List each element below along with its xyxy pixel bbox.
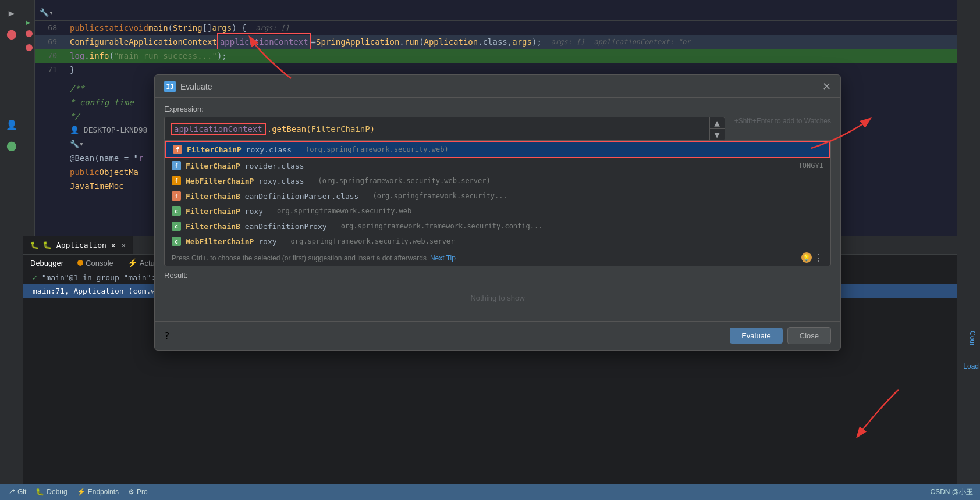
desktop-label: 👤 DESKTOP-LKND98 xyxy=(70,123,147,137)
paren-close: ); xyxy=(532,35,542,49)
ac-rest-2: roxy.class xyxy=(258,177,304,185)
breakpoint-1 xyxy=(26,30,33,37)
sidebar-breakpoint-icon[interactable]: ⬤ xyxy=(3,26,20,42)
line-number: 68 xyxy=(35,21,64,35)
var-r: r xyxy=(139,151,143,165)
evaluate-dialog: IJ Evaluate ✕ Expression: applicationCon… xyxy=(154,74,841,351)
more-options-icon[interactable]: ⋮ xyxy=(814,252,823,263)
ac-icon-filterchainprovider: f xyxy=(172,161,181,170)
breakpoint-2 xyxy=(26,44,33,51)
ac-item-3[interactable]: f FilterChainB eanDefinitionParser.class… xyxy=(165,188,830,203)
code-line-69: 69 ConfigurableApplicationContext applic… xyxy=(35,35,957,49)
ac-package-5: org.springframework.framework.security.c… xyxy=(341,222,543,230)
expression-row: applicationContext .getBean( FilterChain… xyxy=(164,117,831,141)
dialog-close-icon-btn[interactable]: ✕ xyxy=(822,81,831,92)
class-springapp: SpringApplication xyxy=(316,35,399,49)
evaluate-button[interactable]: Evaluate xyxy=(730,328,783,344)
ac-tongyi: TONGYI xyxy=(798,162,823,170)
ac-bold-6: WebFilterChainP xyxy=(186,237,254,246)
status-pro[interactable]: ⚙ Pro xyxy=(128,488,148,496)
sidebar-bookmark-icon[interactable]: ⬤ xyxy=(3,137,20,153)
ac-package-3: (org.springframework.security... xyxy=(372,192,507,200)
ac-highlight-3: FilterChainB eanDefinitionParser.class xyxy=(186,192,358,201)
var-log: log xyxy=(70,49,84,63)
csdn-link[interactable]: CSDN @小玉 xyxy=(930,487,973,497)
expr-arrow-btns[interactable]: ▲ ▼ xyxy=(709,117,725,140)
debug-status-icon: 🐛 xyxy=(35,488,44,496)
console-dot xyxy=(77,260,83,266)
close-button[interactable]: Close xyxy=(787,327,831,344)
debug-icon-tab: 🐛 xyxy=(30,241,39,249)
keyword-public: public xyxy=(70,21,100,35)
ac-package-0: (org.springframework.security.web) xyxy=(306,145,449,153)
paren-open: ( xyxy=(419,35,424,49)
annotation-bean: @Bean(name = " xyxy=(70,151,139,165)
paren-close2: ); xyxy=(217,49,227,63)
expr-param-text: FilterChainP xyxy=(311,124,370,134)
ac-item-0[interactable]: f FilterChainP roxy.class (org.springfra… xyxy=(166,142,829,157)
code-line-68: 68 public static void main ( String [] a… xyxy=(35,21,957,35)
highlighted-var: applicationContext xyxy=(217,33,311,51)
endpoints-icon: ⚡ xyxy=(77,488,86,496)
dot1: . xyxy=(399,35,404,49)
string-main: "main run success..." xyxy=(114,49,217,63)
ac-item-4[interactable]: c FilterChainP roxy org.springframework.… xyxy=(165,203,830,219)
ac-rest-3: eanDefinitionParser.class xyxy=(245,192,359,201)
ac-rest-0: roxy.class xyxy=(246,145,292,154)
equals: = xyxy=(311,35,316,49)
bulb-icon[interactable]: 💡 xyxy=(801,252,812,263)
ac-highlight-4: FilterChainP roxy xyxy=(186,207,263,216)
git-label: Git xyxy=(17,488,26,496)
ac-icon-filterchainbeandefinitionparser: f xyxy=(172,191,181,201)
debugger-label: Debugger xyxy=(30,259,63,267)
closing-brace: } xyxy=(70,63,74,77)
expression-input-container[interactable]: applicationContext .getBean( FilterChain… xyxy=(164,117,725,141)
cour-text: Cour xyxy=(966,328,979,348)
status-endpoints[interactable]: ⚡ Endpoints xyxy=(77,488,119,496)
ac-item-2[interactable]: f WebFilterChainP roxy.class (org.spring… xyxy=(165,173,830,188)
sidebar-nav-icon[interactable]: 👤 xyxy=(3,116,20,133)
expr-up-btn[interactable]: ▲ xyxy=(710,117,725,129)
line-number-69: 69 xyxy=(35,35,64,49)
endpoints-label: Endpoints xyxy=(88,488,119,496)
line-number-71: 71 xyxy=(35,63,64,77)
debugger-subtab[interactable]: Debugger xyxy=(23,256,70,270)
dot-class: .class, xyxy=(478,35,512,49)
dialog-app-icon: IJ xyxy=(164,81,176,92)
pro-label: Pro xyxy=(137,488,148,496)
kw-public2: public xyxy=(70,165,100,179)
line-number-70: 70 xyxy=(35,49,64,63)
ac-bold-2: WebFilterChainP xyxy=(186,177,254,185)
ac-bold-3: FilterChainB xyxy=(186,192,240,201)
ac-rest-6: roxy xyxy=(258,237,276,246)
editor-gutter: ▶ xyxy=(23,0,35,244)
nothing-to-show: Nothing to show xyxy=(164,282,831,314)
expression-text: applicationContext .getBean( FilterChain… xyxy=(165,117,709,140)
dialog-title-section: IJ Evaluate xyxy=(164,81,212,92)
ac-bold-1: FilterChainP xyxy=(186,162,240,170)
console-subtab[interactable]: Console xyxy=(70,256,120,270)
tab-close-btn[interactable]: × xyxy=(122,241,126,249)
paren-open2: ( xyxy=(109,49,113,63)
ac-next-tip[interactable]: Next Tip xyxy=(430,254,456,262)
ac-item-5[interactable]: c FilterChainB eanDefinitionProxy org.sp… xyxy=(165,219,830,234)
application-tab[interactable]: 🐛 🐛 Application × × xyxy=(23,236,133,254)
right-panel: Cour Load xyxy=(957,0,980,500)
status-debug[interactable]: 🐛 Debug xyxy=(35,488,67,496)
ac-package-4: org.springframework.security.web xyxy=(277,207,411,215)
status-git[interactable]: ⎇ Git xyxy=(7,488,26,496)
watches-hint: +Shift+Enter to add to Watches xyxy=(730,117,831,141)
code-bracket: [] xyxy=(203,21,212,35)
help-icon[interactable]: ? xyxy=(164,330,170,341)
var-applicationcontext: applicationContext xyxy=(220,37,308,47)
method-info: info xyxy=(90,49,109,63)
ac-item-1[interactable]: f FilterChainP rovider.class TONGYI xyxy=(165,158,830,173)
ac-icon-filterchainproxy2: c xyxy=(172,206,181,216)
ac-icon-webfilterchainproxy: f xyxy=(172,176,181,185)
ac-hint-text: Press Ctrl+. to choose the selected (or … xyxy=(172,254,427,262)
expr-highlighted-word: applicationContext xyxy=(171,123,266,135)
expr-down-btn[interactable]: ▼ xyxy=(710,129,725,140)
ac-item-6[interactable]: c WebFilterChainP roxy org.springframewo… xyxy=(165,234,830,249)
hint-args2: args: [] xyxy=(551,35,585,49)
sidebar-run-icon[interactable]: ▶ xyxy=(3,5,20,21)
